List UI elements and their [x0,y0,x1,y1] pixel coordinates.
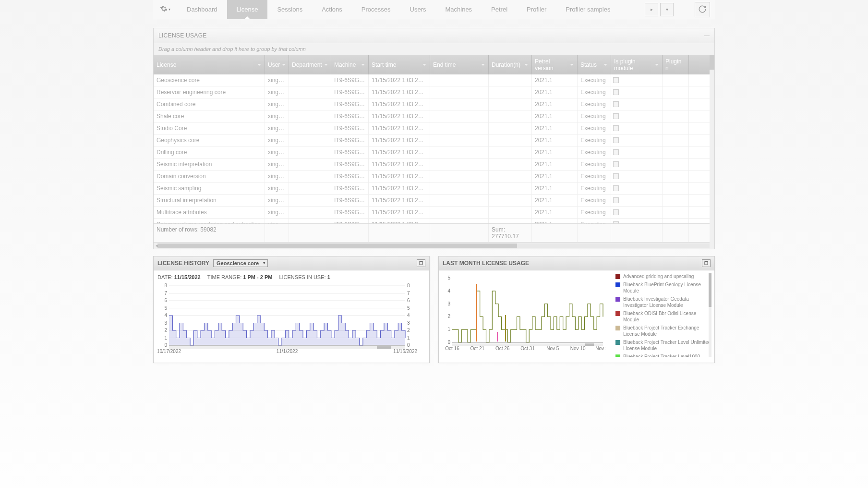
checkbox-icon[interactable] [613,101,619,107]
nav-tab-profiler-samples[interactable]: Profiler samples [556,0,620,19]
column-header-department[interactable]: Department⏷ [289,55,331,74]
checkbox-icon[interactable] [613,89,619,95]
cell-duration [489,74,532,86]
legend-item[interactable]: Blueback Project Tracker Level1000 Licen… [615,354,711,357]
nav-tab-processes[interactable]: Processes [352,0,400,19]
nav-tab-petrel[interactable]: Petrel [482,0,517,19]
expand-icon: ❐ [419,261,423,266]
checkbox-icon[interactable] [613,209,619,215]
chevron-down-icon: ▾ [666,7,668,12]
nav-tab-actions[interactable]: Actions [312,0,352,19]
legend-item[interactable]: Blueback ODISI Bbr Odisi License Module [615,310,711,323]
cell-petrelversion: 2021.1 [532,195,578,206]
checkbox-icon[interactable] [613,161,619,167]
checkbox-icon[interactable] [613,221,619,223]
filter-icon[interactable]: ⏷ [603,62,608,67]
table-row[interactable]: Reservoir engineering corexingyuesIT9-6S… [154,86,714,98]
cell-user: xingyues [265,110,289,122]
filter-icon[interactable]: ⏷ [655,62,659,67]
column-label: Machine [334,61,356,68]
table-footer: Number of rows: 59082 Sum: 277710.17 [154,223,714,242]
table-row[interactable]: Seismic volume rendering and extractionx… [154,219,714,223]
nav-tab-users[interactable]: Users [400,0,436,19]
table-row[interactable]: Shale corexingyuesIT9-6S9GNN311/15/2022 … [154,110,714,122]
table-vertical-scrollbar[interactable] [710,55,714,249]
group-by-drop-zone[interactable]: Drag a column header and drop it here to… [154,43,714,55]
table-row[interactable]: Combined corexingyuesIT9-6S9GNN311/15/20… [154,98,714,110]
cell-duration [489,195,532,206]
column-header-petrelversion[interactable]: Petrel version⏷ [532,55,578,74]
nav-tab-sessions[interactable]: Sessions [267,0,312,19]
checkbox-icon[interactable] [613,185,619,191]
checkbox-icon[interactable] [613,113,619,119]
column-header-pluginname[interactable]: Plugin n [663,55,689,74]
cell-isplugin [611,74,663,86]
svg-rect-50 [497,332,498,342]
refresh-button[interactable] [695,2,710,17]
filter-icon[interactable]: ⏷ [481,62,485,67]
column-header-user[interactable]: User⏷ [265,55,289,74]
column-header-status[interactable]: Status⏷ [578,55,611,74]
checkbox-icon[interactable] [613,77,619,83]
license-history-dropdown[interactable]: Geoscience core [213,259,268,267]
cell-license: Shale core [154,110,265,122]
legend-item[interactable]: Blueback Project Tracker Exchange Licens… [615,325,711,337]
table-row[interactable]: Drilling corexingyuesIT9-6S9GNN311/15/20… [154,146,714,159]
filter-icon[interactable]: ⏷ [361,62,365,67]
hscroll-thumb[interactable] [157,244,517,248]
table-horizontal-scrollbar[interactable]: ◂ ▸ [154,242,714,249]
column-header-isplugin[interactable]: Is plugin module⏷ [611,55,663,74]
cell-petrelversion: 2021.1 [532,122,578,134]
table-row[interactable]: Studio CorexingyuesIT9-6S9GNN311/15/2022… [154,122,714,134]
checkbox-icon[interactable] [613,125,619,131]
nav-scroll-right-button[interactable]: ▸ [645,3,658,16]
filter-icon[interactable]: ⏷ [570,62,574,67]
legend-scroll-thumb[interactable] [709,273,711,307]
table-row[interactable]: Domain conversionxingyuesIT9-6S9GNN311/1… [154,171,714,183]
nav-dropdown-button[interactable]: ▾ [660,3,674,16]
table-row[interactable]: Geoscience corexingyuesIT9-6S9GNN311/15/… [154,74,714,86]
table-row[interactable]: Seismic samplingxingyuesIT9-6S9GNN311/15… [154,183,714,195]
svg-text:Oct 16: Oct 16 [445,346,459,351]
last-month-chart: 012345Oct 16Oct 21Oct 26Oct 31Nov 5Nov 1… [443,274,606,356]
legend-scrollbar[interactable] [709,273,711,357]
checkbox-icon[interactable] [613,173,619,179]
nav-tab-dashboard[interactable]: Dashboard [177,0,227,19]
column-header-duration[interactable]: Duration(h)⏷ [489,55,532,74]
filter-icon[interactable]: ⏷ [422,62,427,67]
checkbox-icon[interactable] [613,197,619,203]
nav-tab-license[interactable]: License [227,0,268,19]
column-label: Start time [372,61,396,68]
table-row[interactable]: Seismic interpretationxingyuesIT9-6S9GNN… [154,159,714,171]
cell-user: xingyues [265,219,289,223]
legend-item[interactable]: Blueback Investigator Geodata Investigat… [615,296,711,308]
table-row[interactable]: Structural interpretationxingyuesIT9-6S9… [154,195,714,207]
column-header-endtime[interactable]: End time⏷ [430,55,489,74]
filter-icon[interactable]: ⏷ [524,62,529,67]
filter-icon[interactable]: ⏷ [257,62,262,67]
last-month-expand-button[interactable]: ❐ [702,259,711,267]
legend-item[interactable]: Advanced gridding and upscaling [615,273,711,280]
nav-tab-profiler[interactable]: Profiler [517,0,556,19]
nav-tab-machines[interactable]: Machines [435,0,482,19]
cell-isplugin [611,98,663,110]
checkbox-icon[interactable] [613,149,619,155]
column-header-license[interactable]: License⏷ [154,55,265,74]
license-history-expand-button[interactable]: ❐ [417,259,425,267]
panel-collapse-button[interactable]: — [704,32,710,39]
filter-icon[interactable]: ⏷ [282,62,286,67]
column-header-machine[interactable]: Machine⏷ [331,55,369,74]
vscroll-thumb[interactable] [710,55,714,70]
legend-item[interactable]: Blueback BluePrint Geology License Modul… [615,281,711,294]
table-row[interactable]: Geophysics corexingyuesIT9-6S9GNN311/15/… [154,134,714,146]
checkbox-icon[interactable] [613,137,619,143]
legend-item[interactable]: Blueback Project Tracker Level Unlimited… [615,339,711,352]
filter-icon[interactable]: ⏷ [324,62,328,67]
legend-label: Blueback Project Tracker Level Unlimited… [623,339,711,352]
legend-label: Blueback BluePrint Geology License Modul… [623,281,711,294]
cell-license: Drilling core [154,146,265,158]
cell-duration [489,159,532,170]
table-row[interactable]: Multitrace attributesxingyuesIT9-6S9GNN3… [154,207,714,219]
column-header-starttime[interactable]: Start time⏷ [369,55,430,74]
settings-menu-button[interactable]: ▾ [158,2,172,17]
